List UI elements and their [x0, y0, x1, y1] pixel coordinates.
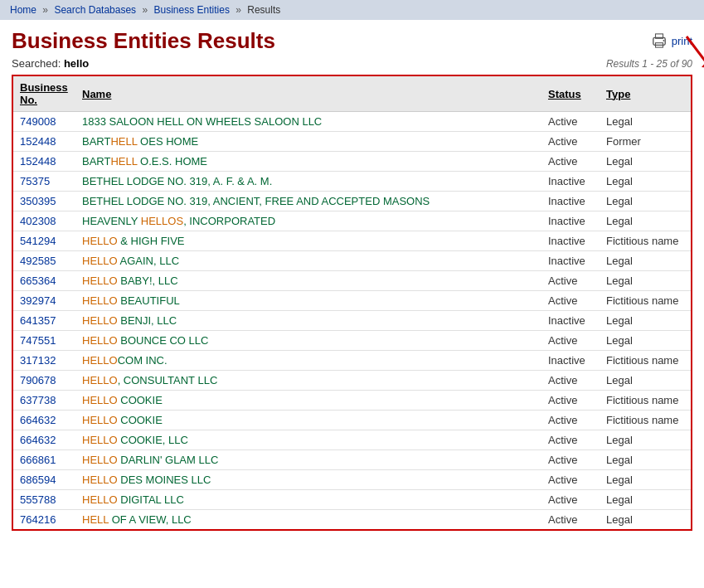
biz-name-link[interactable]: HELLO COOKIE [82, 394, 163, 406]
biz-no-link[interactable]: 686594 [20, 474, 56, 486]
biz-name-link[interactable]: HELLO COOKIE [82, 414, 163, 426]
biz-no-link[interactable]: 664632 [20, 434, 56, 446]
biz-name-link[interactable]: HELLO BENJI, LLC [82, 314, 177, 327]
biz-no-link[interactable]: 665364 [20, 275, 56, 287]
cell-status: Inactive [541, 192, 600, 211]
biz-name-link[interactable]: BARTHELL OES HOME [82, 135, 198, 148]
page-title: Business Entities Results [12, 28, 275, 54]
cell-biz-no: 641357 [13, 311, 75, 331]
cell-status: Active [541, 470, 600, 490]
table-row: 555788HELLO DIGITAL LLCActiveLegal [13, 490, 691, 510]
table-row: 152448BARTHELL O.E.S. HOMEActiveLegal [13, 152, 691, 172]
biz-no-link[interactable]: 749008 [20, 115, 56, 128]
main-content: Business Entities Results print Searc [0, 20, 704, 542]
cell-biz-name: BETHEL LODGE NO. 319, A. F. & A. M. [75, 172, 541, 192]
biz-name-link[interactable]: HELLO AGAIN, LLC [82, 255, 179, 267]
biz-no-link[interactable]: 152448 [20, 155, 56, 168]
table-row: 666861HELLO DARLIN' GLAM LLCActiveLegal [13, 450, 691, 470]
cell-biz-no: 686594 [13, 470, 75, 490]
cell-type: Legal [600, 510, 691, 530]
cell-status: Active [541, 450, 600, 470]
cell-biz-no: 664632 [13, 430, 75, 450]
cell-status: Active [541, 510, 600, 530]
cell-type: Fictitious name [600, 231, 691, 251]
red-arrow-annotation [678, 32, 704, 74]
biz-no-link[interactable]: 402308 [20, 215, 56, 227]
table-row: 764216HELL OF A VIEW, LLCActiveLegal [13, 510, 691, 530]
biz-no-link[interactable]: 541294 [20, 235, 56, 247]
col-header-name[interactable]: Name [75, 76, 541, 112]
biz-name-link[interactable]: HELL OF A VIEW, LLC [82, 513, 192, 526]
biz-name-link[interactable]: HELLO DARLIN' GLAM LLC [82, 454, 218, 466]
cell-type: Fictitious name [600, 391, 691, 411]
biz-name-link[interactable]: HELLO DES MOINES LLC [82, 474, 211, 486]
breadcrumb-home[interactable]: Home [10, 4, 36, 16]
biz-name-link[interactable]: HELLO BOUNCE CO LLC [82, 334, 208, 347]
table-row: 317132HELLOCOM INC.InactiveFictitious na… [13, 351, 691, 371]
cell-biz-name: 1833 SALOON HELL ON WHEELS SALOON LLC [75, 112, 541, 132]
col-header-type[interactable]: Type [600, 76, 691, 112]
search-info-row: Searched: hello Results 1 - 25 of 90 [12, 57, 692, 70]
biz-name-link[interactable]: BETHEL LODGE NO. 319, A. F. & A. M. [82, 175, 272, 187]
biz-no-link[interactable]: 75375 [20, 175, 50, 187]
biz-name-link[interactable]: HELLOCOM INC. [82, 354, 168, 367]
cell-biz-name: HELLO COOKIE [75, 411, 541, 430]
cell-status: Inactive [541, 251, 600, 271]
biz-no-link[interactable]: 492585 [20, 255, 56, 267]
cell-biz-no: 747551 [13, 331, 75, 351]
breadcrumb-search-db[interactable]: Search Databases [54, 4, 136, 16]
biz-no-link[interactable]: 392974 [20, 294, 56, 307]
biz-name-link[interactable]: HELLO DIGITAL LLC [82, 493, 184, 506]
cell-biz-name: HELL OF A VIEW, LLC [75, 510, 541, 530]
biz-no-link[interactable]: 747551 [20, 334, 56, 347]
biz-no-link[interactable]: 664632 [20, 414, 56, 426]
biz-no-link[interactable]: 350395 [20, 195, 56, 207]
table-row: 747551HELLO BOUNCE CO LLCActiveLegal [13, 331, 691, 351]
name-highlight: HELLO [82, 374, 118, 386]
biz-no-link[interactable]: 666861 [20, 454, 56, 466]
biz-no-link[interactable]: 641357 [20, 314, 56, 327]
cell-biz-no: 492585 [13, 251, 75, 271]
cell-biz-no: 790678 [13, 371, 75, 391]
biz-name-link[interactable]: HELLO, CONSULTANT LLC [82, 374, 217, 386]
cell-biz-no: 666861 [13, 450, 75, 470]
cell-type: Legal [600, 490, 691, 510]
biz-name-link[interactable]: HELLO & HIGH FIVE [82, 235, 185, 247]
biz-no-link[interactable]: 764216 [20, 513, 56, 526]
biz-no-link[interactable]: 637738 [20, 394, 56, 406]
name-highlight: HELLO [82, 394, 118, 406]
cell-type: Legal [600, 172, 691, 192]
breadcrumb-business-entities[interactable]: Business Entities [154, 4, 230, 16]
cell-biz-name: BETHEL LODGE NO. 319, ANCIENT, FREE AND … [75, 192, 541, 211]
cell-type: Legal [600, 211, 691, 231]
col-header-status[interactable]: Status [541, 76, 600, 112]
name-highlight: HELL [110, 135, 137, 148]
cell-status: Active [541, 411, 600, 430]
biz-no-link[interactable]: 317132 [20, 354, 56, 367]
cell-biz-name: BARTHELL OES HOME [75, 132, 541, 152]
biz-name-link[interactable]: HELLO BABY!, LLC [82, 275, 178, 287]
col-header-bizno[interactable]: Business No. [13, 76, 75, 112]
table-row: 392974HELLO BEAUTIFULActiveFictitious na… [13, 291, 691, 311]
biz-name-link[interactable]: HELLO COOKIE, LLC [82, 434, 188, 446]
table-row: 637738HELLO COOKIEActiveFictitious name [13, 391, 691, 411]
biz-name-link[interactable]: BETHEL LODGE NO. 319, ANCIENT, FREE AND … [82, 195, 430, 207]
table-row: 7490081833 SALOON HELL ON WHEELS SALOON … [13, 112, 691, 132]
biz-name-link[interactable]: HEAVENLY HELLOS, INCORPORATED [82, 215, 275, 227]
biz-no-link[interactable]: 152448 [20, 135, 56, 148]
name-highlight: HELLO [82, 294, 118, 307]
cell-biz-name: HELLO & HIGH FIVE [75, 231, 541, 251]
biz-no-link[interactable]: 555788 [20, 493, 56, 506]
cell-type: Former [600, 132, 691, 152]
cell-biz-name: HELLOCOM INC. [75, 351, 541, 371]
biz-name-link[interactable]: BARTHELL O.E.S. HOME [82, 155, 207, 168]
cell-status: Active [541, 132, 600, 152]
biz-no-link[interactable]: 790678 [20, 374, 56, 386]
cell-status: Active [541, 112, 600, 132]
cell-biz-name: HEAVENLY HELLOS, INCORPORATED [75, 211, 541, 231]
cell-biz-name: HELLO COOKIE [75, 391, 541, 411]
cell-biz-name: HELLO, CONSULTANT LLC [75, 371, 541, 391]
table-row: 350395BETHEL LODGE NO. 319, ANCIENT, FRE… [13, 192, 691, 211]
biz-name-link[interactable]: HELLO BEAUTIFUL [82, 294, 180, 307]
biz-name-link[interactable]: 1833 SALOON HELL ON WHEELS SALOON LLC [82, 115, 322, 128]
